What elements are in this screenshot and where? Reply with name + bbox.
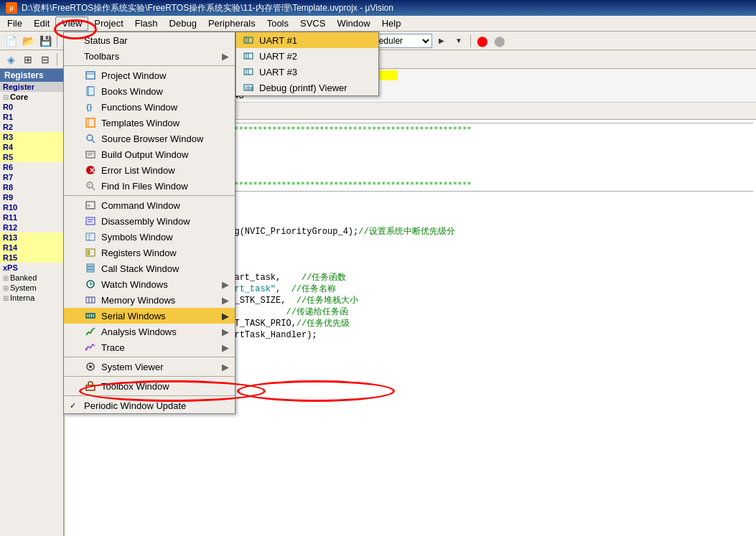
col-register: Register [3,83,23,91]
title-bar: μ D:\资料\FreeRTOS操作系统实验\FreeRTOS操作系统实验\11… [0,0,756,16]
sep-2 [64,195,235,196]
menu-item-symbols[interactable]: ∑ Symbols Window [64,229,235,245]
menu-item-watch-windows[interactable]: Watch Windows ▶ [64,276,235,292]
project-window-icon [84,69,97,82]
arrow-watch: ▶ [222,279,229,290]
reg-row-r11: R11 [0,212,63,222]
menu-item-command[interactable]: >_ Command Window [64,197,235,213]
menu-peripherals[interactable]: Peripherals [202,17,261,31]
sep1 [57,34,57,47]
reg-row-r8: R8 [0,182,63,192]
arrow-serial: ▶ [222,311,229,321]
menu-flash[interactable]: Flash [129,17,164,31]
menu-file[interactable]: File [1,17,28,31]
svg-point-41 [89,365,92,368]
svg-rect-26 [87,264,94,266]
trace-icon [84,341,97,354]
menu-item-status-bar[interactable]: Status Bar [64,32,235,48]
registers-panel: Registers Register ⊟ Core R0 R1 R2 R3 R4… [0,69,65,536]
svg-rect-28 [87,270,94,272]
command-icon: >_ [84,199,97,212]
submenu-uart3[interactable]: UART #3 [236,64,378,80]
source-browser-icon [84,132,97,145]
combo-go-btn[interactable]: ▶ [434,33,449,49]
analysis-icon [84,325,97,338]
sep7 [470,34,471,47]
expand-icon: ⊟ [3,93,9,101]
banked-label: Banked [10,273,37,282]
arrow-trace: ▶ [222,342,229,353]
title-icon: μ [6,2,17,14]
save-btn[interactable]: 💾 [37,33,53,49]
menu-item-project-window[interactable]: Project Window [64,67,235,83]
submenu-uart2[interactable]: UART #2 [236,48,378,64]
open-btn[interactable]: 📂 [20,33,36,49]
debug1-btn[interactable]: ⬤ [475,33,490,49]
menu-help[interactable]: Help [376,17,407,31]
debug-printf-icon: dbg [242,81,255,94]
t2-btn2[interactable]: ⊞ [20,52,36,67]
tree-system[interactable]: ⊞ System [0,283,63,293]
menu-edit[interactable]: Edit [28,17,55,31]
reg-row-r2: R2 [0,122,63,132]
build-output-icon [84,148,97,161]
core-label: Core [10,93,28,101]
reg-col-headers: Register [0,82,63,92]
reg-row-r0: R0 [0,102,63,112]
menu-item-registers[interactable]: Registers Window [64,245,235,260]
arrow-toolbars: ▶ [222,51,229,62]
sep-5 [64,395,235,396]
menu-svcs[interactable]: SVCS [294,17,331,31]
menu-item-memory-windows[interactable]: Memory Windows ▶ [64,292,235,308]
menu-item-source-browser[interactable]: Source Browser Window [64,131,235,146]
menu-item-toolbox[interactable]: Toolbox Window [64,378,235,394]
tree-internal[interactable]: ⊞ Interna [0,293,63,303]
svg-rect-0 [86,72,95,79]
memory-icon [84,293,97,306]
view-dropdown-menu: Status Bar Toolbars ▶ Project Window Boo… [63,32,235,414]
registers-header: Registers [0,69,63,82]
menu-item-disassembly[interactable]: Disassembly Window [64,213,235,229]
banked-expand: ⊞ [3,274,9,282]
registers-icon [84,246,97,259]
svg-rect-3 [88,87,94,95]
menu-item-build-output[interactable]: Build Output Window [64,146,235,162]
svg-line-15 [92,187,95,190]
submenu-uart1[interactable]: UART #1 [236,32,378,48]
debug2-btn[interactable]: ⬤ [492,33,508,49]
menu-item-trace[interactable]: Trace ▶ [64,339,235,355]
combo-dropdown-btn[interactable]: ▼ [451,33,467,49]
menu-item-toolbars[interactable]: Toolbars ▶ [64,48,235,64]
menu-item-find-files[interactable]: f Find In Files Window [64,178,235,194]
menu-item-books-window[interactable]: Books Window [64,83,235,99]
disassembly-icon [84,215,97,227]
toolbox-icon [84,380,97,392]
menu-item-periodic-update[interactable]: ✓ Periodic Window Update [64,398,235,413]
t2-btn1[interactable]: ◈ [3,52,19,67]
menu-item-serial-windows[interactable]: Serial Windows ▶ [64,308,235,324]
menu-item-templates-window[interactable]: Templates Window [64,115,235,131]
menu-project[interactable]: Project [88,17,129,31]
svg-text:dbg: dbg [246,85,253,91]
books-window-icon [84,85,97,98]
templates-window-icon [84,116,97,129]
system-expand: ⊞ [3,284,9,292]
tree-core[interactable]: ⊟ Core [0,92,63,102]
t2-btn3[interactable]: ⊟ [37,52,53,67]
menu-item-system-viewer[interactable]: System Viewer ▶ [64,359,235,375]
menu-item-error-list[interactable]: ✕ Error List Window [64,162,235,178]
new-file-btn[interactable]: 📄 [3,33,19,49]
svg-line-8 [92,140,95,143]
menu-view[interactable]: View [55,17,88,31]
symbols-icon: ∑ [84,230,97,243]
tree-banked[interactable]: ⊞ Banked [0,273,63,283]
svg-rect-32 [86,297,95,303]
menu-item-call-stack[interactable]: Call Stack Window [64,260,235,276]
submenu-debug-printf[interactable]: dbg Debug (printf) Viewer [236,80,378,95]
error-list-icon: ✕ [84,164,97,177]
menu-window[interactable]: Window [331,17,375,31]
menu-item-functions-window[interactable]: {} Functions Window [64,99,235,115]
menu-item-analysis[interactable]: Analysis Windows ▶ [64,324,235,339]
menu-tools[interactable]: Tools [261,17,294,31]
menu-debug[interactable]: Debug [164,17,202,31]
